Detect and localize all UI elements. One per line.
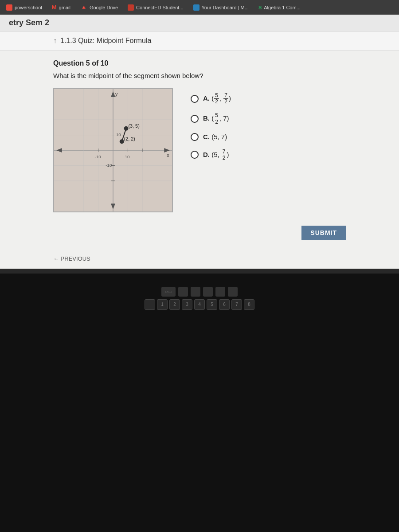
key-esc[interactable]: esc	[161, 287, 176, 297]
question-area: y x -10 10 -10 10	[53, 88, 346, 212]
svg-text:(3, 5): (3, 5)	[128, 123, 139, 129]
svg-text:-10: -10	[106, 163, 112, 168]
tab-powerschool-label: powerschool	[15, 5, 42, 10]
browser-tab-bar: powerschool M gmail 🔺 Google Drive Conne…	[0, 0, 399, 15]
key-4[interactable]: 4	[194, 299, 205, 310]
svg-text:y: y	[115, 91, 118, 97]
quiz-header: ↑ 1.1.3 Quiz: Midpoint Formula	[0, 31, 399, 51]
key-f1[interactable]	[178, 287, 188, 297]
question-number: Question 5 of 10	[53, 59, 346, 67]
quiz-title: 1.1.3 Quiz: Midpoint Formula	[60, 37, 151, 45]
key-f3[interactable]	[203, 287, 213, 297]
svg-text:(2, 2): (2, 2)	[124, 136, 135, 141]
frac-7-2-a: 72	[223, 93, 228, 105]
key-f5[interactable]	[228, 287, 238, 297]
svg-text:10: 10	[125, 154, 130, 159]
tab-gmail[interactable]: M gmail	[49, 3, 73, 12]
key-f4[interactable]	[215, 287, 225, 297]
key-6[interactable]: 6	[219, 299, 230, 310]
powerschool-icon	[6, 4, 12, 11]
radio-d[interactable]	[191, 151, 199, 159]
tab-algebra-label: Algebra 1 Com...	[264, 5, 301, 10]
tab-dashboard-label: Your Dashboard | M...	[202, 5, 249, 10]
frac-5-2-b: 52	[214, 113, 219, 125]
svg-point-30	[120, 139, 124, 144]
tab-connected[interactable]: ConnectED Student...	[125, 4, 186, 12]
answer-option-c[interactable]: C. (5, 7)	[191, 133, 231, 141]
answer-label-c: C. (5, 7)	[203, 133, 227, 141]
tab-connected-label: ConnectED Student...	[136, 5, 183, 10]
keyboard-area: esc 1 2 3 4 5 6 7 8	[0, 274, 399, 325]
page-header: etry Sem 2	[0, 15, 399, 31]
answer-option-a[interactable]: A. (52, 72)	[191, 93, 231, 105]
tab-gdrive-label: Google Drive	[90, 5, 118, 10]
key-8[interactable]: 8	[244, 299, 254, 310]
answer-choices: A. (52, 72) B. (52, 7)	[191, 88, 231, 161]
connected-icon	[128, 4, 134, 11]
question-text: What is the midpoint of the segment show…	[53, 72, 346, 79]
svg-text:x: x	[167, 153, 169, 158]
key-2[interactable]: 2	[169, 299, 180, 310]
frac-7-2-d: 72	[222, 149, 227, 161]
key-1[interactable]: 1	[157, 299, 168, 310]
submit-button[interactable]: SUBMIT	[301, 226, 346, 240]
tab-algebra[interactable]: S Algebra 1 Com...	[256, 4, 303, 11]
answer-label-b: B. (52, 7)	[203, 113, 229, 125]
radio-a[interactable]	[191, 95, 199, 103]
graph-svg: y x -10 10 -10 10	[54, 89, 172, 211]
svg-point-28	[124, 126, 129, 131]
answer-label-a: A. (52, 72)	[203, 93, 231, 105]
keyboard-row-1: esc	[18, 287, 381, 297]
algebra-icon: S	[258, 5, 262, 10]
key-3[interactable]: 3	[182, 299, 192, 310]
svg-text:-10: -10	[95, 154, 102, 159]
coordinate-graph: y x -10 10 -10 10	[53, 88, 173, 212]
course-title: etry Sem 2	[9, 18, 390, 27]
dashboard-icon	[193, 4, 200, 11]
back-arrow-icon[interactable]: ↑	[53, 37, 57, 45]
gmail-icon: M	[52, 4, 57, 11]
main-content: etry Sem 2 ↑ 1.1.3 Quiz: Midpoint Formul…	[0, 15, 399, 274]
previous-area: ← PREVIOUS	[0, 249, 399, 269]
submit-area: SUBMIT	[53, 226, 346, 240]
tab-gmail-label: gmail	[59, 5, 70, 10]
key-tilde[interactable]	[145, 299, 155, 310]
answer-label-d: D. (5, 72)	[203, 149, 229, 161]
answer-option-d[interactable]: D. (5, 72)	[191, 149, 231, 161]
keyboard-row-2: 1 2 3 4 5 6 7 8	[18, 299, 381, 310]
answer-option-b[interactable]: B. (52, 7)	[191, 113, 231, 125]
radio-b[interactable]	[191, 115, 199, 123]
radio-c[interactable]	[191, 133, 199, 141]
laptop-body: esc 1 2 3 4 5 6 7 8	[0, 274, 399, 532]
quiz-body: Question 5 of 10 What is the midpoint of…	[0, 51, 399, 249]
frac-5-2-a: 52	[214, 93, 219, 105]
svg-text:10: 10	[116, 132, 121, 137]
key-7[interactable]: 7	[231, 299, 242, 310]
tab-google-drive[interactable]: 🔺 Google Drive	[78, 3, 121, 12]
key-5[interactable]: 5	[207, 299, 217, 310]
tab-dashboard[interactable]: Your Dashboard | M...	[191, 4, 251, 12]
taskbar: ▶ M ▶ ▶ ▶	[0, 269, 399, 274]
tab-powerschool[interactable]: powerschool	[4, 4, 45, 12]
previous-button[interactable]: ← PREVIOUS	[53, 255, 90, 262]
key-f2[interactable]	[191, 287, 200, 297]
gdrive-icon: 🔺	[80, 4, 87, 11]
